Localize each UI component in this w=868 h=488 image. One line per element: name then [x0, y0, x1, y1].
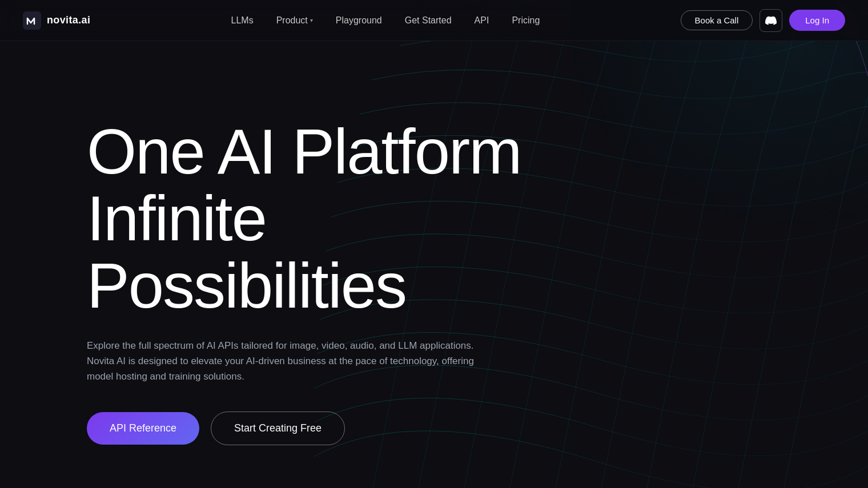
product-chevron-icon: ▾: [310, 17, 313, 23]
navbar: novita.ai LLMs Product ▾ Playground Get …: [0, 0, 868, 41]
hero-content: One AI Platform Infinite Possibilities E…: [87, 84, 601, 445]
login-button[interactable]: Log In: [789, 10, 845, 31]
logo[interactable]: novita.ai: [23, 11, 90, 30]
brand-name: novita.ai: [47, 14, 90, 26]
nav-llms[interactable]: LLMs: [222, 11, 263, 30]
nav-get-started[interactable]: Get Started: [396, 11, 461, 30]
nav-api[interactable]: API: [465, 11, 499, 30]
hero-title: One AI Platform Infinite Possibilities: [87, 118, 601, 320]
book-call-button[interactable]: Book a Call: [681, 10, 753, 30]
hero-section: One AI Platform Infinite Possibilities E…: [0, 0, 868, 488]
hero-subtitle: Explore the full spectrum of AI APIs tai…: [87, 338, 475, 385]
nav-playground[interactable]: Playground: [327, 11, 391, 30]
nav-product[interactable]: Product ▾: [267, 11, 322, 30]
start-creating-free-button[interactable]: Start Creating Free: [211, 412, 345, 445]
hero-buttons: API Reference Start Creating Free: [87, 412, 601, 445]
nav-links: LLMs Product ▾ Playground Get Started AP…: [222, 11, 549, 30]
nav-pricing[interactable]: Pricing: [503, 11, 549, 30]
discord-button[interactable]: [760, 9, 782, 32]
logo-icon: [23, 11, 41, 30]
api-reference-button[interactable]: API Reference: [87, 412, 199, 445]
nav-actions: Book a Call Log In: [681, 9, 845, 32]
discord-icon: [765, 15, 777, 26]
